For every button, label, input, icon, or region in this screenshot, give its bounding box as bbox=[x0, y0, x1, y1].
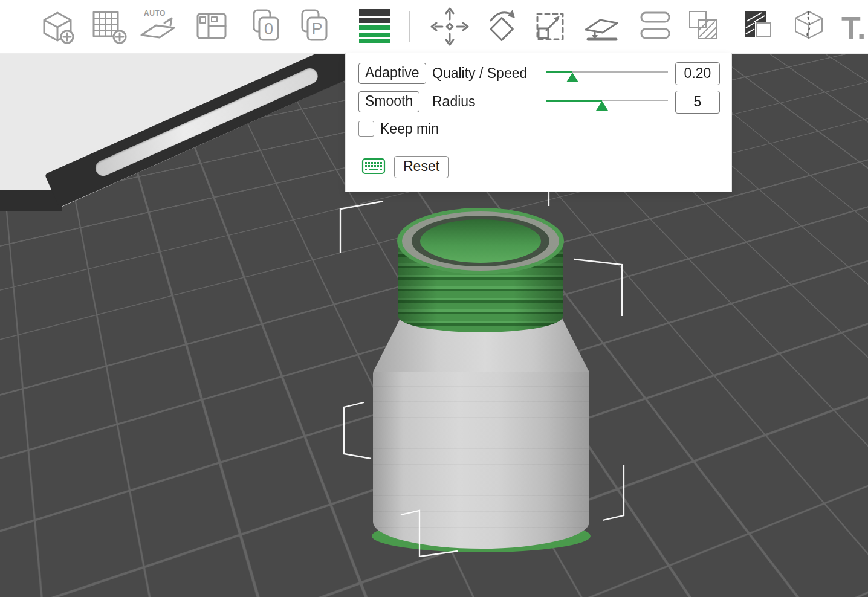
quality-slider[interactable] bbox=[546, 63, 668, 85]
radius-row: Smooth Radius 5 bbox=[346, 88, 731, 116]
keyboard-shortcuts-button[interactable] bbox=[361, 157, 386, 177]
layer-height-panel: Adaptive Quality / Speed 0.20 Smooth Rad… bbox=[346, 53, 731, 192]
auto-arrange-icon: AUTO bbox=[137, 5, 180, 48]
radius-slider[interactable] bbox=[546, 91, 668, 113]
app-screen: AUTO 0 P bbox=[0, 0, 868, 597]
model-inner-bottom bbox=[420, 219, 541, 263]
adaptive-button[interactable]: Adaptive bbox=[358, 63, 426, 84]
variable-layer-height-button[interactable] bbox=[353, 5, 397, 48]
scale-icon bbox=[530, 5, 573, 48]
reset-button[interactable]: Reset bbox=[394, 156, 449, 178]
add-object-icon bbox=[36, 5, 80, 48]
paste-button[interactable]: P bbox=[294, 5, 337, 48]
cut-icon bbox=[788, 5, 831, 48]
keep-min-row: Keep min bbox=[346, 116, 731, 141]
place-on-face-icon bbox=[580, 5, 624, 48]
text-tool-button[interactable]: T. bbox=[840, 5, 868, 48]
rotate-button[interactable] bbox=[481, 5, 525, 48]
move-button[interactable] bbox=[428, 5, 471, 48]
auto-label: AUTO bbox=[144, 9, 166, 18]
smooth-button[interactable]: Smooth bbox=[358, 91, 419, 112]
add-instances-icon bbox=[88, 5, 131, 48]
toolbar-separator bbox=[409, 11, 410, 42]
split-objects-icon bbox=[635, 5, 678, 48]
copy-button[interactable]: 0 bbox=[245, 5, 289, 48]
paste-glyph: P bbox=[311, 20, 322, 38]
auto-arrange-button[interactable]: AUTO bbox=[137, 5, 180, 48]
gap-fill-icon bbox=[737, 5, 781, 48]
model-body bbox=[373, 370, 589, 549]
keep-min-checkbox[interactable] bbox=[358, 121, 374, 137]
place-on-face-button[interactable] bbox=[580, 5, 624, 48]
panel-footer-row: Reset bbox=[346, 153, 731, 181]
top-toolbar: AUTO 0 P bbox=[0, 0, 868, 54]
gap-fill-button[interactable] bbox=[737, 5, 781, 48]
add-instances-button[interactable] bbox=[88, 5, 131, 48]
text-tool-icon: T. bbox=[840, 5, 868, 48]
scale-button[interactable] bbox=[530, 5, 573, 48]
split-layout-button[interactable] bbox=[191, 5, 235, 48]
cut-button[interactable] bbox=[788, 5, 831, 48]
keep-min-label: Keep min bbox=[380, 121, 439, 137]
radius-slider-fill bbox=[546, 100, 602, 102]
boolean-intersect-icon bbox=[683, 5, 727, 48]
copy-glyph: 0 bbox=[264, 20, 273, 38]
quality-value-field[interactable]: 0.20 bbox=[675, 62, 720, 85]
add-object-button[interactable] bbox=[36, 5, 80, 48]
move-icon bbox=[428, 5, 471, 48]
radius-value-field[interactable]: 5 bbox=[675, 91, 720, 114]
variable-layer-height-icon bbox=[353, 5, 397, 48]
split-objects-button[interactable] bbox=[635, 5, 678, 48]
copy-icon: 0 bbox=[245, 5, 289, 48]
radius-slider-thumb[interactable] bbox=[596, 101, 608, 111]
paste-icon: P bbox=[294, 5, 337, 48]
rotate-icon bbox=[481, 5, 525, 48]
quality-row: Adaptive Quality / Speed 0.20 bbox=[346, 59, 731, 88]
panel-divider bbox=[351, 147, 727, 147]
quality-slider-thumb[interactable] bbox=[566, 73, 578, 82]
quality-speed-label: Quality / Speed bbox=[432, 65, 546, 82]
split-layout-icon bbox=[191, 5, 235, 48]
keyboard-icon bbox=[361, 157, 386, 175]
radius-label: Radius bbox=[432, 94, 546, 110]
text-tool-glyph: T. bbox=[841, 10, 866, 45]
boolean-intersect-button[interactable] bbox=[683, 5, 727, 48]
